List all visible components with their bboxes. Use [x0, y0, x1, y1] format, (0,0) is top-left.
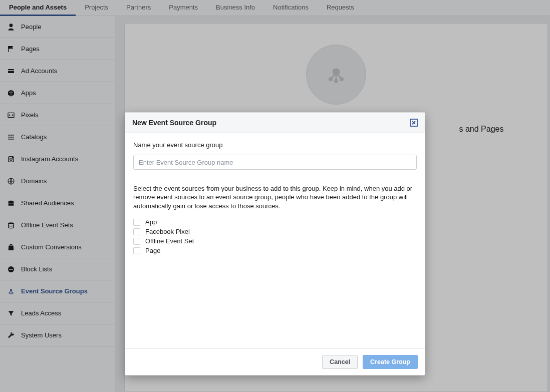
new-event-source-group-modal: New Event Source Group Name your event s… [125, 112, 425, 375]
modal-footer: Cancel Create Group [125, 348, 425, 375]
source-option-page[interactable]: Page [133, 246, 417, 255]
source-options-list: AppFacebook PixelOffline Event SetPage [133, 217, 417, 255]
help-text: Select the event sources from your busin… [133, 184, 417, 210]
name-field-label: Name your event source group [133, 141, 417, 149]
source-option-label: App [145, 218, 157, 226]
source-option-app[interactable]: App [133, 217, 417, 227]
checkbox-icon[interactable] [133, 228, 140, 235]
modal-body: Name your event source group Select the … [125, 133, 425, 348]
source-option-facebook-pixel[interactable]: Facebook Pixel [133, 227, 417, 236]
source-option-label: Facebook Pixel [145, 228, 190, 235]
modal-header: New Event Source Group [125, 113, 425, 133]
source-option-label: Offline Event Set [145, 237, 194, 245]
create-group-button[interactable]: Create Group [363, 355, 418, 369]
divider [133, 177, 417, 177]
close-icon[interactable] [410, 119, 418, 127]
checkbox-icon[interactable] [133, 219, 140, 226]
modal-title: New Event Source Group [132, 119, 216, 127]
checkbox-icon[interactable] [133, 247, 140, 254]
modal-overlay: New Event Source Group Name your event s… [0, 0, 550, 392]
checkbox-icon[interactable] [133, 238, 140, 245]
cancel-button[interactable]: Cancel [322, 355, 358, 369]
source-option-label: Page [145, 247, 160, 254]
source-option-offline-event-set[interactable]: Offline Event Set [133, 236, 417, 246]
group-name-input[interactable] [133, 155, 417, 170]
